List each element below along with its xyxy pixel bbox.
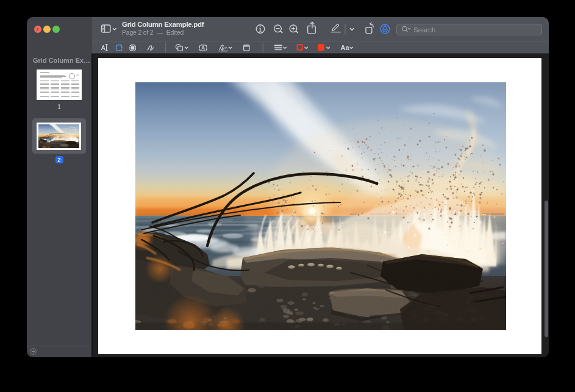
svg-text:Aa: Aa	[341, 44, 350, 51]
